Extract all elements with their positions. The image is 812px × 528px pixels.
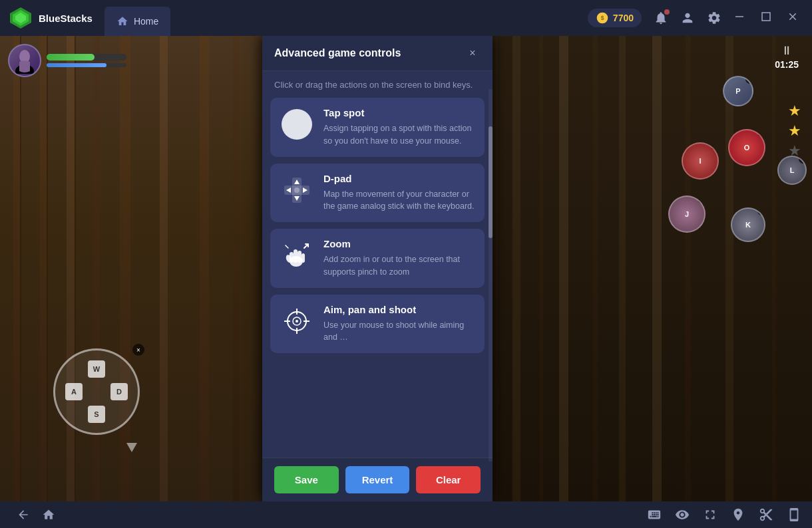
direction-indicator bbox=[126, 443, 137, 452]
svg-rect-19 bbox=[298, 251, 302, 263]
scroll-indicator bbox=[489, 89, 493, 462]
coin-count: 7700 bbox=[613, 13, 634, 23]
game-right-panel: ⏸ 01:25 ★ ★ ★ P × I × O × L × J × bbox=[486, 36, 812, 501]
scissors-icon[interactable] bbox=[759, 507, 773, 522]
zoom-title: Zoom bbox=[323, 238, 475, 249]
eye-icon[interactable] bbox=[675, 507, 690, 522]
close-window-icon[interactable] bbox=[787, 11, 801, 25]
aim-text: Aim, pan and shoot Use your mouse to sho… bbox=[323, 304, 475, 344]
svg-point-15 bbox=[294, 188, 300, 193]
svg-point-28 bbox=[296, 320, 298, 323]
title-bar-right: $ 7700 bbox=[588, 9, 812, 27]
tap-spot-desc: Assign tapping on a spot with this actio… bbox=[323, 122, 475, 148]
zoom-icon bbox=[280, 238, 314, 273]
modal-subtitle: Click or drag the actions on the screen … bbox=[262, 71, 493, 98]
dpad-overlay: × W A D S bbox=[53, 348, 140, 435]
bluestacks-logo bbox=[8, 5, 33, 31]
title-bar: BlueStacks Home $ 7700 bbox=[0, 0, 812, 36]
key-a: A bbox=[65, 383, 83, 400]
dpad-card[interactable]: D-pad Map the movement of your character… bbox=[270, 164, 485, 223]
aim-card[interactable]: Aim, pan and shoot Use your mouse to sho… bbox=[270, 295, 485, 354]
zoom-desc: Add zoom in or out to the screen that su… bbox=[323, 253, 475, 279]
dpad-title: D-pad bbox=[323, 173, 475, 184]
modal-footer: Save Revert Clear bbox=[262, 458, 493, 501]
svg-rect-6 bbox=[762, 13, 770, 21]
pause-timer: ⏸ 01:25 bbox=[775, 44, 799, 70]
dpad-close-button[interactable]: × bbox=[132, 344, 144, 356]
skill-button-k[interactable]: K × bbox=[731, 207, 765, 242]
notification-icon[interactable] bbox=[654, 11, 668, 25]
phone-icon[interactable] bbox=[787, 507, 801, 522]
account-icon[interactable] bbox=[680, 11, 695, 25]
dpad-control[interactable]: × W A D S bbox=[53, 348, 140, 435]
dpad-icon bbox=[280, 173, 314, 207]
skill-button-p[interactable]: P × bbox=[723, 76, 753, 106]
svg-rect-18 bbox=[294, 249, 298, 263]
coin-area: $ 7700 bbox=[588, 9, 642, 27]
scroll-thumb[interactable] bbox=[489, 126, 493, 238]
settings-icon[interactable] bbox=[707, 11, 721, 25]
clear-button[interactable]: Clear bbox=[416, 466, 481, 493]
bottom-bar bbox=[0, 501, 812, 528]
dpad-text: D-pad Map the movement of your character… bbox=[323, 173, 475, 213]
svg-text:$: $ bbox=[601, 15, 604, 21]
timer-text: 01:25 bbox=[775, 59, 799, 70]
zoom-card[interactable]: Zoom Add zoom in or out to the screen th… bbox=[270, 229, 485, 288]
skill-button-i[interactable]: I × bbox=[682, 142, 719, 180]
home-bottom-icon[interactable] bbox=[41, 507, 56, 522]
home-tab[interactable]: Home bbox=[104, 7, 170, 36]
mana-bar bbox=[47, 63, 126, 67]
modal-scroll-area[interactable]: Tap spot Assign tapping on a spot with t… bbox=[262, 98, 493, 458]
pause-icon[interactable]: ⏸ bbox=[781, 44, 793, 58]
revert-button[interactable]: Revert bbox=[345, 466, 410, 493]
key-s: S bbox=[88, 406, 105, 423]
fullscreen-icon[interactable] bbox=[703, 507, 717, 522]
modal-close-button[interactable]: × bbox=[465, 45, 481, 61]
dpad-desc: Map the movement of your character or th… bbox=[323, 188, 475, 213]
tap-spot-card[interactable]: Tap spot Assign tapping on a spot with t… bbox=[270, 98, 485, 157]
location-icon[interactable] bbox=[731, 507, 745, 522]
aim-title: Aim, pan and shoot bbox=[323, 304, 475, 315]
skill-button-j[interactable]: J × bbox=[668, 196, 706, 233]
home-tab-label: Home bbox=[134, 16, 158, 27]
save-button[interactable]: Save bbox=[274, 466, 339, 493]
skill-button-o[interactable]: O × bbox=[728, 129, 765, 166]
avatar bbox=[8, 44, 41, 77]
tap-spot-icon bbox=[280, 107, 314, 142]
app-name: BlueStacks bbox=[39, 13, 93, 24]
star-area: ★ ★ ★ bbox=[788, 102, 801, 160]
game-left-panel: × W A D S bbox=[0, 36, 262, 501]
tap-spot-title: Tap spot bbox=[323, 107, 475, 118]
key-w: W bbox=[88, 360, 105, 378]
svg-rect-20 bbox=[302, 253, 305, 263]
svg-rect-5 bbox=[735, 16, 743, 17]
bottom-bar-left bbox=[11, 507, 56, 522]
health-area bbox=[8, 44, 126, 77]
zoom-text: Zoom Add zoom in or out to the screen th… bbox=[323, 238, 475, 279]
game-background: × W A D S bbox=[0, 36, 812, 501]
health-bar bbox=[47, 54, 126, 61]
aim-desc: Use your mouse to shoot while aiming and… bbox=[323, 319, 475, 344]
aim-icon bbox=[280, 304, 314, 338]
tap-spot-text: Tap spot Assign tapping on a spot with t… bbox=[323, 107, 475, 148]
back-icon[interactable] bbox=[16, 507, 31, 522]
modal-title: Advanced game controls bbox=[274, 47, 401, 59]
skill-button-l[interactable]: L × bbox=[777, 156, 807, 185]
maximize-icon[interactable] bbox=[760, 11, 775, 25]
key-d: D bbox=[110, 383, 128, 400]
minimize-icon[interactable] bbox=[733, 11, 748, 25]
keyboard-icon[interactable] bbox=[647, 507, 662, 522]
star-1: ★ bbox=[788, 102, 801, 120]
advanced-controls-modal: Advanced game controls × Click or drag t… bbox=[262, 36, 493, 501]
modal-header: Advanced game controls × bbox=[262, 36, 493, 71]
star-2: ★ bbox=[788, 122, 801, 140]
